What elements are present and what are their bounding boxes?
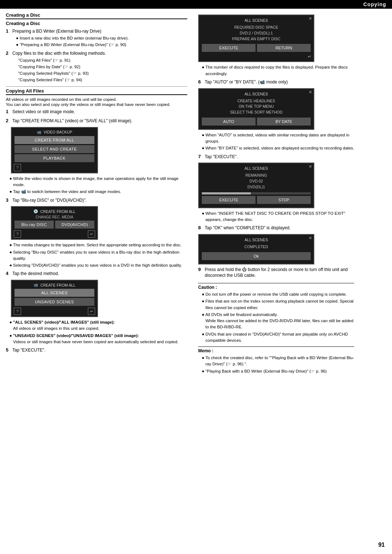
sort-screen-title: ALL SCENES bbox=[199, 92, 314, 96]
execute-btn-1[interactable]: EXECUTE bbox=[202, 44, 256, 52]
right-column: ✕ ALL SCENES REQUIRED DISC SPACE DVD:2 /… bbox=[195, 12, 354, 377]
dvd-avchd-btn[interactable]: DVD(AVCHD) bbox=[55, 221, 94, 229]
remaining-line-3: DVD(DL)1 bbox=[202, 184, 311, 190]
screen1-cam-icon: 📹 bbox=[37, 130, 41, 135]
step-1-bullet-1: Insert a new disc into the BD writer (ex… bbox=[12, 35, 187, 41]
disc-count-bullets: The number of discs required to copy the… bbox=[198, 64, 354, 77]
video-backup-screen: 📹 VIDEO BACKUP CREATE FROM ALL SELECT AN… bbox=[11, 127, 98, 173]
right-step-6: 6 Tap "AUTO" or "BY DATE". (📹 mode only) bbox=[198, 79, 354, 86]
step-num-2: 2 bbox=[6, 50, 11, 83]
section-divider bbox=[6, 86, 187, 87]
copy-step-2: 2 Tap "CREATE FROM ALL" (video) or "SAVE… bbox=[6, 118, 187, 125]
disc-count-bullet: The number of discs required to copy the… bbox=[202, 64, 354, 77]
remaining-screen-body: REMAINING DVD 02 DVD(DL)1 bbox=[199, 172, 314, 190]
screen2-btn-row: Blu-ray DISC DVD(AVCHD) bbox=[15, 221, 94, 229]
step-num-1: 1 bbox=[6, 28, 11, 48]
caution-box: Caution : Do not turn off the power or r… bbox=[198, 283, 354, 344]
copy-step-1-content: Select video or still image mode. bbox=[12, 109, 187, 116]
right-step-7: 7 Tap "EXECUTE". bbox=[198, 154, 354, 161]
screen3-bullet-all-scenes: "ALL SCENES" (video)/"ALL IMAGES" (still… bbox=[9, 319, 187, 332]
unsaved-scenes-btn[interactable]: UNSAVED SCENES bbox=[15, 298, 94, 306]
screen2-bullet-3: Selecting "DVD(AVCHD)" enables you to sa… bbox=[9, 262, 187, 268]
screen1-help-btn[interactable]: ? bbox=[14, 164, 21, 171]
screen2-help-btn[interactable]: ? bbox=[14, 230, 21, 238]
right-step-8-content: Tap "OK" when "COMPLETED" is displayed. bbox=[205, 225, 354, 232]
all-scenes-btn[interactable]: ALL SCENES bbox=[15, 289, 94, 297]
execute-btn-2[interactable]: EXECUTE bbox=[202, 196, 256, 204]
copy-method-3: "Copying Selected Playlists" (☞ p. 93) bbox=[18, 70, 187, 76]
right-step-num-8: 8 bbox=[198, 225, 203, 232]
auto-sort-btn[interactable]: AUTO bbox=[202, 118, 256, 126]
memo-box: Memo : To check the created disc, refer … bbox=[198, 346, 354, 374]
screen2-bullet-2: Selecting "Blu-ray DISC" enables you to … bbox=[9, 249, 187, 262]
all-scenes-label: "ALL SCENES" (video)/"ALL IMAGES" (still… bbox=[13, 320, 115, 324]
memo-item-1: To check the created disc, refer to ""Pl… bbox=[202, 355, 354, 368]
unsaved-label: "UNSAVED SCENES" (video)/"UNSAVED IMAGES… bbox=[13, 333, 139, 338]
required-line-3: PREPARE AN EMPTY DISC bbox=[202, 36, 311, 42]
section-heading-creating-disc: Creating a Disc bbox=[6, 12, 187, 18]
right-step-num-9: 9 bbox=[198, 267, 203, 280]
memo-list: To check the created disc, refer to ""Pl… bbox=[198, 355, 354, 374]
screen1-bullet-2: Tap 📹 to switch between the video and st… bbox=[9, 189, 187, 195]
copy-step-4-content: Tap the desired method. bbox=[12, 271, 187, 278]
copy-step-5: 5 Tap "EXECUTE". bbox=[6, 347, 187, 354]
required-line-2: DVD:2 / DVD(DL):1 bbox=[202, 30, 311, 36]
all-scenes-select-screen: 📹 CREATE FROM ALL ALL SCENES UNSAVED SCE… bbox=[11, 280, 98, 317]
by-date-btn[interactable]: BY DATE bbox=[257, 118, 311, 126]
return-btn[interactable]: RETURN bbox=[257, 44, 311, 52]
remaining-line-1: REMAINING bbox=[202, 173, 311, 178]
sort-line-1: CREATE HEADLINES bbox=[202, 98, 311, 104]
sort-screen-close-btn[interactable]: ✕ bbox=[309, 90, 312, 95]
playback-btn[interactable]: PLAYBACK bbox=[15, 154, 94, 162]
remaining-screen: ✕ ALL SCENES REMAINING DVD 02 DVD(DL)1 E… bbox=[198, 163, 314, 208]
required-line-1: REQUIRED DISC SPACE bbox=[202, 25, 311, 30]
page-title: Copying bbox=[363, 1, 386, 7]
create-from-all-btn[interactable]: CREATE FROM ALL bbox=[15, 136, 94, 144]
creating-disc-section: Creating a Disc bbox=[6, 12, 187, 19]
step-2-creating-disc: 2 Copy files to the disc with the follow… bbox=[6, 50, 187, 83]
sort-method-screen: ✕ ALL SCENES CREATE HEADLINES ON THE TOP… bbox=[198, 88, 314, 130]
stop-btn[interactable]: STOP bbox=[257, 196, 311, 204]
copying-all-files-title: Copying All Files bbox=[6, 88, 187, 95]
right-step-9-content: Press and hold the ⏻ button for 2 second… bbox=[205, 267, 354, 280]
memo-title: Memo : bbox=[198, 348, 354, 353]
sort-bullet-date: When "BY DATE" is selected, videos are d… bbox=[202, 145, 354, 151]
screen1-bullets: While the video mode is shown in the ima… bbox=[6, 176, 187, 195]
screen3-footer: ? ↵ bbox=[12, 307, 97, 315]
caution-item-1: Do not turn off the power or remove the … bbox=[202, 291, 354, 297]
remaining-screen-close-btn[interactable]: ✕ bbox=[309, 164, 312, 169]
screen2-footer: ? ↵ bbox=[12, 230, 97, 238]
required-btn-row: EXECUTE RETURN bbox=[202, 44, 311, 52]
unsaved-text: Videos or still images that have never b… bbox=[13, 340, 179, 344]
screen3-back-btn[interactable]: ↵ bbox=[88, 308, 95, 315]
copy-step-num-3: 3 bbox=[6, 197, 11, 204]
step-1-bullet-2: "Preparing a BD Writer (External Blu-ray… bbox=[12, 42, 187, 48]
right-step-6-content: Tap "AUTO" or "BY DATE". (📹 mode only) bbox=[205, 79, 354, 86]
change-rec-media-screen: 💿 CREATE FROM ALL CHANGE REC. MEDIA Blu-… bbox=[11, 206, 98, 240]
copy-step-num-4: 4 bbox=[6, 271, 11, 278]
copying-all-files-intro1: All videos or still images recorded on t… bbox=[6, 97, 187, 102]
completed-screen: ✕ ALL SCENES COMPLETED Ok bbox=[198, 234, 314, 264]
completed-screen-close-btn[interactable]: ✕ bbox=[309, 235, 312, 241]
ok-btn[interactable]: Ok bbox=[202, 252, 311, 260]
copy-step-3-content: Tap "Blu-ray DISC" or "DVD(AVCHD)". bbox=[12, 197, 187, 204]
required-disc-space-screen: ✕ ALL SCENES REQUIRED DISC SPACE DVD:2 /… bbox=[198, 15, 314, 62]
right-step-9: 9 Press and hold the ⏻ button for 2 seco… bbox=[198, 267, 354, 280]
screen3-cam-icon: 📹 bbox=[33, 283, 38, 287]
all-scenes-text: All videos or still images in this unit … bbox=[13, 326, 99, 331]
screen2-title: 💿 CREATE FROM ALL bbox=[12, 209, 97, 214]
screen2-sub: CHANGE REC. MEDIA bbox=[12, 215, 97, 219]
required-screen-close-btn[interactable]: ✕ bbox=[309, 16, 312, 21]
blu-ray-disc-btn[interactable]: Blu-ray DISC bbox=[15, 221, 54, 229]
screen2-back-btn[interactable]: ↵ bbox=[88, 230, 95, 238]
step-2-content: Copy files to the disc with the followin… bbox=[12, 50, 187, 83]
screen3-help-btn[interactable]: ? bbox=[14, 308, 21, 315]
memo-item-2: "Playing Back with a BD Writer (External… bbox=[202, 368, 354, 374]
insert-disc-bullet: When "INSERT THE NEXT DISC TO CREATE OR … bbox=[202, 210, 354, 223]
step-2-sub: "Copying All Files" (☞ p. 91) "Copying F… bbox=[12, 57, 187, 83]
copy-step-4: 4 Tap the desired method. bbox=[6, 271, 187, 278]
screen3-bullets: "ALL SCENES" (video)/"ALL IMAGES" (still… bbox=[6, 319, 187, 345]
select-and-create-btn[interactable]: SELECT AND CREATE bbox=[15, 145, 94, 153]
copy-step-1: 1 Select video or still image mode. bbox=[6, 109, 187, 116]
screen1-bullet-1: While the video mode is shown in the ima… bbox=[9, 176, 187, 188]
